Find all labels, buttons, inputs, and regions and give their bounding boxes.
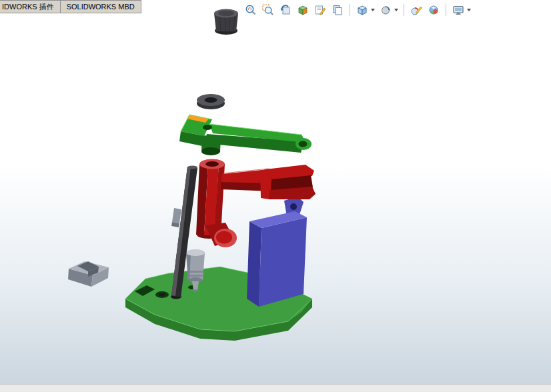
solidworks-window: IDWORKS 插件 SOLIDWORKS MBD: [0, 0, 551, 392]
display-style-dropdown-arrow[interactable]: [394, 9, 398, 11]
view-orientation-button[interactable]: [356, 3, 369, 17]
commandmanager-tab-bar: IDWORKS 插件 SOLIDWORKS MBD: [0, 0, 141, 13]
arm-boss: [201, 147, 220, 155]
view-settings-button[interactable]: [452, 3, 465, 17]
view-orientation-icon: [356, 4, 368, 16]
zoom-to-area-button[interactable]: [261, 3, 275, 17]
part-v-block[interactable]: [68, 261, 109, 287]
heads-up-view-toolbar: [244, 3, 471, 17]
graphics-area[interactable]: [0, 0, 551, 392]
apply-scene-icon: [428, 4, 440, 16]
status-bar: [0, 384, 551, 392]
part-slider-block[interactable]: [247, 197, 307, 307]
tab-solidworks-mbd[interactable]: SOLIDWORKS MBD: [60, 0, 141, 13]
edit-appearance-button[interactable]: [410, 3, 423, 17]
zoom-to-fit-icon: [245, 4, 257, 16]
washer-hole: [205, 97, 217, 103]
zoom-to-fit-button[interactable]: [244, 3, 257, 17]
previous-view-icon: [280, 4, 292, 16]
display-style-button[interactable]: [379, 3, 392, 17]
zoom-to-area-icon: [262, 4, 274, 16]
hide-show-items-icon: [332, 4, 344, 16]
previous-view-button[interactable]: [279, 3, 292, 17]
toolbar-separator: [446, 4, 446, 16]
section-view-button[interactable]: [296, 3, 310, 17]
display-style-icon: [380, 4, 392, 16]
crank-bore: [205, 161, 219, 167]
part-lever-arm[interactable]: [179, 115, 312, 155]
arm-head-hole: [203, 125, 212, 130]
rod-clip: [172, 208, 181, 223]
block-tab-hole: [290, 203, 297, 210]
tab-solidworks-plugins[interactable]: IDWORKS 插件: [0, 0, 61, 13]
toolbar-separator: [350, 4, 350, 16]
toolbar-separator: [404, 4, 404, 16]
edit-appearance-icon: [410, 4, 422, 16]
apply-scene-button[interactable]: [427, 3, 440, 17]
hide-show-items-button[interactable]: [331, 3, 344, 17]
view-settings-dropdown-arrow[interactable]: [467, 9, 471, 11]
part-washer[interactable]: [197, 94, 225, 109]
part-knob[interactable]: [214, 9, 238, 35]
3d-drawing-view-icon: [314, 4, 326, 16]
view-orientation-dropdown-arrow[interactable]: [371, 9, 375, 11]
arm-end-hole: [299, 141, 308, 147]
view-settings-icon: [452, 4, 464, 16]
section-view-icon: [297, 4, 309, 16]
3d-drawing-view-button[interactable]: [314, 3, 327, 17]
